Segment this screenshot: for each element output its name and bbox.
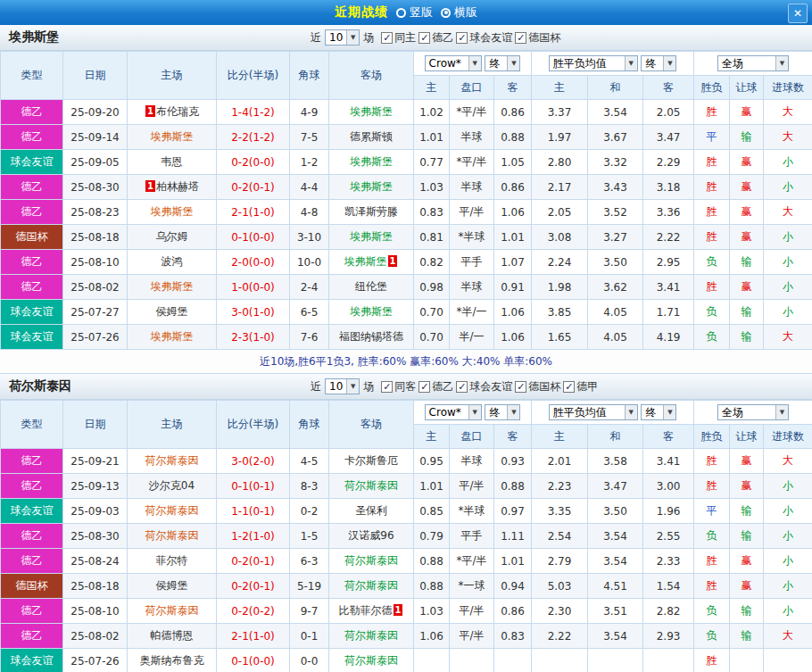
checkbox-icon[interactable]: ✓ (515, 32, 526, 44)
table-body: 德乙25-09-201布伦瑞克1-4(1-2)4-9埃弗斯堡1.02*平/半0.… (1, 100, 812, 350)
away-team: 比勒菲尔德1 (329, 599, 414, 624)
match-date: 25-09-05 (63, 150, 128, 175)
col-corner: 角球 (290, 401, 329, 449)
handicap-line: 半球 (450, 275, 494, 300)
corners: 0-0 (290, 649, 329, 672)
match-row: 德乙25-08-24菲尔特0-2(0-1)6-3荷尔斯泰因0.88*平/半1.0… (1, 549, 812, 574)
chevron-down-icon: ▼ (507, 405, 519, 419)
odds-stage-select[interactable]: 终▼ (485, 55, 520, 71)
corners: 0-2 (290, 499, 329, 524)
away-team-name: 圣保利 (355, 504, 387, 517)
col-avg-draw: 和 (588, 76, 643, 100)
avg-odds-away: 3.47 (643, 125, 694, 150)
filter-checkbox-0-1[interactable]: ✓德乙 (418, 30, 453, 46)
home-team-name: 帕德博恩 (151, 629, 194, 642)
result-goals: 小 (764, 574, 812, 599)
away-team: 埃弗斯堡 (329, 225, 414, 250)
score: 0-2(0-1) (217, 574, 290, 599)
team-name: 埃弗斯堡 (9, 29, 59, 46)
layout-option-horizontal[interactable]: 横版 (441, 4, 477, 21)
filter-checkbox-0-3[interactable]: ✓德国杯 (515, 30, 560, 46)
chevron-down-icon: ▼ (663, 56, 675, 71)
away-team-name: 埃弗斯堡 (350, 305, 393, 318)
league-type-badge: 德乙 (1, 449, 63, 474)
chevron-down-icon: ▼ (346, 379, 359, 394)
odds-stage-select[interactable]: 终▼ (485, 404, 520, 420)
avg-odds-draw (588, 649, 643, 672)
home-team: 荷尔斯泰因 (128, 524, 217, 549)
league-type-badge: 德乙 (1, 549, 63, 574)
odds-provider-select[interactable]: Crow*▼ (425, 55, 482, 71)
away-team-name: 凯泽斯劳滕 (344, 205, 398, 218)
team-header-bar: 埃弗斯堡 近 10▼ 场 ✓同主✓德乙✓球会友谊✓德国杯 (0, 25, 812, 51)
layout-option-vertical[interactable]: 竖版 (396, 4, 433, 21)
handicap-odds-away: 0.86 (494, 599, 532, 624)
close-button[interactable]: ✕ (788, 4, 808, 23)
avg-odds-away: 3.00 (643, 474, 694, 499)
score: 1-2(1-0) (217, 524, 290, 549)
scope-select[interactable]: 全场▼ (717, 404, 789, 420)
checkbox-icon[interactable]: ✓ (515, 381, 526, 393)
avg-odds-home: 2.80 (532, 150, 588, 175)
filter-checkbox-0-2[interactable]: ✓球会友谊 (456, 30, 512, 46)
games-count-select[interactable]: 10▼ (325, 29, 360, 46)
home-team-name: 乌尔姆 (156, 230, 188, 243)
avg-stage-select[interactable]: 终▼ (641, 55, 676, 71)
games-count-select[interactable]: 10▼ (325, 378, 360, 394)
filter-checkbox-0-0[interactable]: ✓同主 (381, 30, 416, 46)
filter-checkbox-1-0[interactable]: ✓同客 (381, 379, 416, 394)
handicap-line: 半球 (450, 125, 494, 150)
avg-odds-draw: 3.32 (588, 150, 643, 175)
checkbox-icon[interactable]: ✓ (456, 32, 468, 44)
result-handicap: 输 (730, 325, 764, 350)
league-type-badge: 德乙 (1, 474, 63, 499)
col-corner: 角球 (290, 52, 329, 100)
match-date: 25-09-03 (63, 499, 128, 524)
avg-odds-away: 1.54 (643, 574, 694, 599)
avg-type-select[interactable]: 胜平负均值▼ (549, 404, 638, 420)
match-date: 25-08-10 (63, 250, 128, 275)
match-date: 25-09-13 (63, 474, 128, 499)
filter-checkbox-1-3[interactable]: ✓德国杯 (515, 379, 560, 394)
league-type-badge: 德乙 (1, 200, 63, 225)
handicap-line: 平手 (450, 524, 494, 549)
avg-type-select[interactable]: 胜平负均值▼ (549, 55, 638, 71)
filter-checkbox-1-4[interactable]: ✓德甲 (563, 379, 598, 394)
match-row: 德乙25-08-10荷尔斯泰因0-2(0-2)9-7比勒菲尔德11.03平/半0… (1, 599, 812, 624)
checkbox-icon[interactable]: ✓ (563, 381, 575, 393)
handicap-odds-home: 0.81 (414, 225, 450, 250)
dialog-title: 近期战绩 (335, 4, 388, 21)
avg-odds-home: 2.05 (532, 200, 588, 225)
filter-checkbox-1-1[interactable]: ✓德乙 (418, 379, 453, 394)
home-team: 侯姆堡 (128, 300, 217, 325)
avg-odds-away: 3.41 (643, 275, 694, 300)
away-team-name: 福图纳锡塔德 (339, 330, 403, 343)
checkbox-icon[interactable]: ✓ (418, 32, 430, 44)
league-type-badge: 德乙 (1, 175, 63, 200)
filter-checkbox-1-2[interactable]: ✓球会友谊 (456, 379, 512, 394)
match-date: 25-09-21 (63, 449, 128, 474)
scope-select[interactable]: 全场▼ (717, 55, 789, 71)
result-handicap: 赢 (730, 150, 764, 175)
col-avg-away: 客 (643, 425, 694, 449)
result-outcome: 胜 (694, 100, 730, 125)
chevron-down-icon: ▼ (507, 56, 519, 71)
col-home: 主场 (128, 401, 217, 449)
result-outcome: 胜 (694, 275, 730, 300)
checkbox-icon[interactable]: ✓ (456, 381, 468, 393)
checkbox-icon[interactable]: ✓ (418, 381, 430, 393)
result-goals: 小 (764, 524, 812, 549)
match-row: 德乙25-08-23埃弗斯堡2-1(1-0)4-8凯泽斯劳滕0.83平/半1.0… (1, 200, 812, 225)
match-date: 25-09-20 (63, 100, 128, 125)
checkbox-icon[interactable]: ✓ (381, 381, 393, 393)
checkbox-icon[interactable]: ✓ (381, 32, 393, 44)
avg-stage-select[interactable]: 终▼ (641, 404, 676, 420)
near-label: 近 (311, 30, 321, 46)
result-handicap: 赢 (730, 474, 764, 499)
result-goals: 小 (764, 250, 812, 275)
col-odds-home: 主 (414, 425, 450, 449)
result-handicap: 赢 (730, 225, 764, 250)
odds-provider-select[interactable]: Crow*▼ (425, 404, 482, 420)
handicap-odds-home: 0.70 (414, 300, 450, 325)
match-row: 球会友谊25-07-27侯姆堡3-0(1-0)6-5埃弗斯堡0.70*半/一1.… (1, 300, 812, 325)
